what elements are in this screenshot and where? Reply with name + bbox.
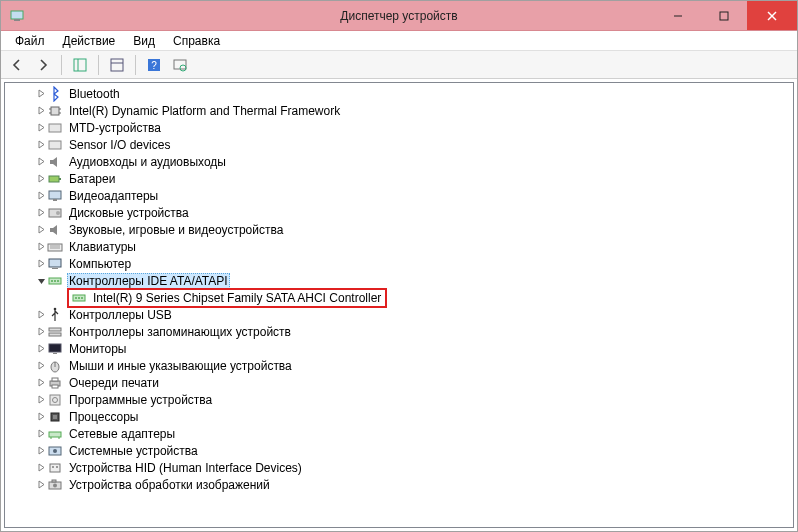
svg-point-63 — [53, 483, 57, 487]
expand-icon[interactable] — [35, 123, 47, 132]
tree-item[interactable]: Дисковые устройства — [5, 204, 793, 221]
svg-rect-42 — [49, 333, 61, 336]
svg-rect-30 — [49, 259, 61, 267]
menubar: Файл Действие Вид Справка — [1, 31, 797, 51]
maximize-button[interactable] — [701, 1, 747, 30]
expand-icon[interactable] — [35, 429, 47, 438]
expand-icon[interactable] — [35, 259, 47, 268]
titlebar[interactable]: Диспетчер устройств — [1, 1, 797, 31]
expand-icon[interactable] — [35, 327, 47, 336]
expand-icon[interactable] — [35, 174, 47, 183]
highlighted-device: Intel(R) 9 Series Chipset Family SATA AH… — [67, 288, 387, 308]
tree-item[interactable]: Контроллеры запоминающих устройств — [5, 323, 793, 340]
tree-item[interactable]: Системные устройства — [5, 442, 793, 459]
expand-icon[interactable] — [35, 463, 47, 472]
menu-action[interactable]: Действие — [55, 32, 124, 50]
svg-rect-41 — [49, 328, 61, 331]
scan-hardware-button[interactable] — [168, 54, 192, 76]
tree-item-label: Видеоадаптеры — [67, 189, 160, 203]
help-button[interactable]: ? — [142, 54, 166, 76]
tree-item-label: Звуковые, игровые и видеоустройства — [67, 223, 285, 237]
controller-icon — [47, 273, 63, 289]
expand-icon[interactable] — [35, 191, 47, 200]
tree-item-label: Intel(R) Dynamic Platform and Thermal Fr… — [67, 104, 342, 118]
expand-icon[interactable] — [35, 208, 47, 217]
menu-view[interactable]: Вид — [125, 32, 163, 50]
tree-item[interactable]: Очереди печати — [5, 374, 793, 391]
expand-icon[interactable] — [35, 446, 47, 455]
tree-item[interactable]: Процессоры — [5, 408, 793, 425]
tree-item[interactable]: Bluetooth — [5, 85, 793, 102]
device-manager-window: Диспетчер устройств Файл Действие Вид Сп… — [0, 0, 798, 532]
tree-item[interactable]: Компьютер — [5, 255, 793, 272]
expand-icon[interactable] — [35, 157, 47, 166]
network-icon — [47, 426, 63, 442]
keyboard-icon — [47, 239, 63, 255]
expand-icon[interactable] — [35, 361, 47, 370]
expand-icon[interactable] — [35, 89, 47, 98]
display-icon — [47, 188, 63, 204]
expand-icon[interactable] — [35, 412, 47, 421]
tree-item[interactable]: Звуковые, игровые и видеоустройства — [5, 221, 793, 238]
menu-file[interactable]: Файл — [7, 32, 53, 50]
tree-item[interactable]: Программные устройства — [5, 391, 793, 408]
minimize-button[interactable] — [655, 1, 701, 30]
expand-icon[interactable] — [35, 242, 47, 251]
device-tree-container[interactable]: BluetoothIntel(R) Dynamic Platform and T… — [4, 82, 794, 528]
cpu-icon — [47, 409, 63, 425]
expand-icon[interactable] — [35, 378, 47, 387]
imaging-icon — [47, 477, 63, 493]
svg-rect-31 — [52, 268, 58, 269]
expand-icon[interactable] — [35, 310, 47, 319]
menu-help[interactable]: Справка — [165, 32, 228, 50]
bluetooth-icon — [47, 86, 63, 102]
tree-item[interactable]: Устройства HID (Human Interface Devices) — [5, 459, 793, 476]
svg-rect-64 — [52, 480, 56, 482]
mouse-icon — [47, 358, 63, 374]
toolbar-separator — [61, 55, 62, 75]
expand-icon[interactable] — [35, 344, 47, 353]
tree-item[interactable]: Видеоадаптеры — [5, 187, 793, 204]
expand-icon[interactable] — [35, 140, 47, 149]
tree-item[interactable]: Мониторы — [5, 340, 793, 357]
properties-button[interactable] — [105, 54, 129, 76]
tree-item[interactable]: Intel(R) 9 Series Chipset Family SATA AH… — [5, 289, 793, 306]
expand-icon[interactable] — [35, 106, 47, 115]
tree-item[interactable]: Intel(R) Dynamic Platform and Thermal Fr… — [5, 102, 793, 119]
computer-icon — [47, 256, 63, 272]
svg-point-37 — [75, 297, 77, 299]
svg-rect-3 — [720, 12, 728, 20]
monitor-icon — [47, 341, 63, 357]
printer-icon — [47, 375, 63, 391]
show-hide-tree-button[interactable] — [68, 54, 92, 76]
svg-point-39 — [81, 297, 83, 299]
svg-point-26 — [56, 211, 60, 215]
expand-icon[interactable] — [35, 225, 47, 234]
tree-item[interactable]: Контроллеры IDE ATA/ATAPI — [5, 272, 793, 289]
tree-item[interactable]: Сетевые адаптеры — [5, 425, 793, 442]
audio-icon — [47, 222, 63, 238]
tree-item-label: Аудиовходы и аудиовыходы — [67, 155, 228, 169]
expand-icon[interactable] — [35, 480, 47, 489]
tree-item[interactable]: Мыши и иные указывающие устройства — [5, 357, 793, 374]
back-button[interactable] — [5, 54, 29, 76]
svg-point-40 — [54, 307, 57, 310]
tree-item[interactable]: Sensor I/O devices — [5, 136, 793, 153]
tree-item-label: Компьютер — [67, 257, 133, 271]
toolbar-separator — [135, 55, 136, 75]
svg-rect-23 — [49, 191, 61, 199]
forward-button[interactable] — [31, 54, 55, 76]
tree-item[interactable]: Батареи — [5, 170, 793, 187]
tree-item[interactable]: Контроллеры USB — [5, 306, 793, 323]
tree-item[interactable]: MTD-устройства — [5, 119, 793, 136]
collapse-icon[interactable] — [35, 276, 47, 285]
tree-item[interactable]: Устройства обработки изображений — [5, 476, 793, 493]
tree-item-label: Sensor I/O devices — [67, 138, 172, 152]
expand-icon[interactable] — [35, 395, 47, 404]
tree-item[interactable]: Аудиовходы и аудиовыходы — [5, 153, 793, 170]
close-button[interactable] — [747, 1, 797, 30]
tree-item[interactable]: Клавиатуры — [5, 238, 793, 255]
svg-rect-54 — [49, 432, 61, 437]
svg-point-35 — [57, 280, 59, 282]
svg-rect-22 — [59, 178, 61, 180]
